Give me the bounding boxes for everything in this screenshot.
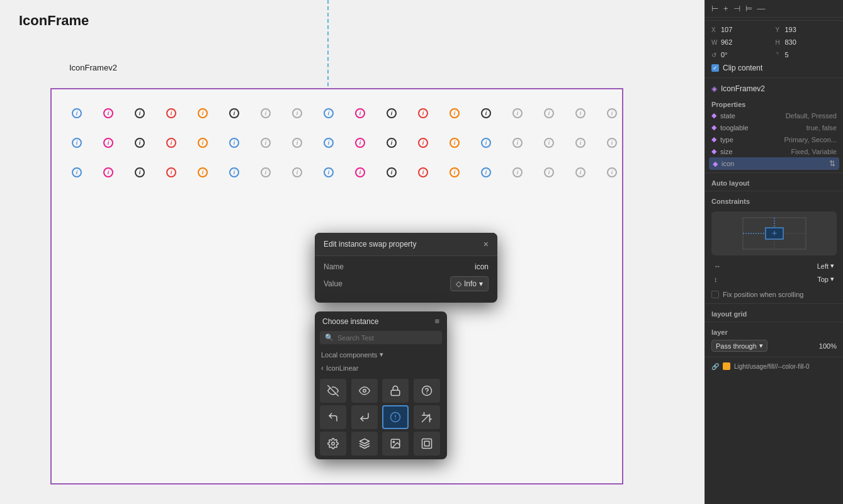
icon-settings[interactable]	[320, 432, 346, 456]
value-select[interactable]: ◇ Info ▾	[450, 276, 489, 291]
top-constraint-selector[interactable]: Top ▾	[817, 275, 834, 283]
icon-cell[interactable]: i	[220, 130, 248, 155]
rotation-value[interactable]: 0°	[721, 51, 728, 59]
corner-value[interactable]: 5	[785, 51, 789, 59]
icon-cell[interactable]: i	[252, 160, 280, 185]
icon-cell[interactable]: i	[252, 101, 280, 126]
align-center-icon[interactable]: +	[723, 4, 728, 13]
local-components-section[interactable]: Local components ▾	[315, 348, 447, 361]
x-value[interactable]: 107	[721, 26, 732, 33]
icon-cell[interactable]: i	[94, 101, 122, 126]
icon-cell[interactable]: i	[315, 130, 342, 155]
icon-cell[interactable]: i	[472, 160, 500, 185]
w-value[interactable]: 962	[721, 38, 732, 46]
icon-image[interactable]	[382, 432, 409, 456]
icon-cell[interactable]: i	[535, 130, 563, 155]
icon-cell[interactable]: i	[94, 160, 122, 185]
icon-cell[interactable]: i	[535, 101, 563, 126]
icon-cell[interactable]: i	[63, 101, 91, 126]
properties-section-title: Properties	[705, 97, 843, 109]
icon-cell[interactable]: i	[252, 130, 280, 155]
icon-cell[interactable]: i	[409, 160, 437, 185]
icon-cell[interactable]: i	[567, 101, 594, 126]
icon-cell[interactable]: i	[315, 160, 342, 185]
choose-search-container[interactable]: 🔍	[320, 331, 442, 344]
icon-cell[interactable]: i	[189, 101, 217, 126]
icon-cell[interactable]: i	[157, 160, 185, 185]
icon-cell[interactable]: i	[315, 101, 342, 126]
y-value[interactable]: 193	[785, 26, 796, 33]
icon-cell[interactable]: i	[378, 101, 405, 126]
search-input[interactable]	[337, 334, 437, 342]
icon-info[interactable]	[382, 405, 409, 429]
icon-cell[interactable]: i	[346, 160, 374, 185]
name-value: icon	[475, 262, 489, 271]
fix-scroll-checkbox[interactable]	[711, 291, 719, 298]
chevron-down-icon: ▾	[380, 350, 383, 359]
icon-cell[interactable]: i	[94, 130, 122, 155]
svg-text:+: +	[771, 228, 776, 238]
icon-crop[interactable]	[414, 405, 440, 429]
icon-cell[interactable]: i	[567, 130, 594, 155]
icon-cell[interactable]: i	[598, 160, 626, 185]
icon-cell[interactable]: i	[189, 160, 217, 185]
align-left-icon[interactable]: ⊢	[711, 4, 718, 13]
icon-cell[interactable]: i	[189, 130, 217, 155]
icon-cell[interactable]: i	[63, 130, 91, 155]
color-swatch[interactable]	[723, 362, 730, 370]
icon-cell[interactable]: i	[157, 101, 185, 126]
h-value[interactable]: 830	[785, 38, 796, 46]
dialog-close-button[interactable]: ×	[484, 239, 489, 249]
align-right-icon[interactable]: ⊣	[733, 4, 740, 13]
icon-cell[interactable]: i	[409, 130, 437, 155]
color-fill-label: Light/usage/fill//--color-fill-0	[734, 363, 810, 370]
property-item-icon: ◆ icon ⇅	[709, 157, 839, 170]
icon-cell[interactable]: i	[472, 101, 500, 126]
icon-frame[interactable]	[414, 432, 440, 456]
icon-cell[interactable]: i	[535, 160, 563, 185]
icon-cell[interactable]: i	[441, 101, 468, 126]
left-constraint-selector[interactable]: Left ▾	[817, 262, 834, 270]
more-icon[interactable]: ―	[757, 4, 766, 13]
clip-content-checkbox[interactable]: ✓	[711, 64, 719, 72]
icon-cell[interactable]: i	[504, 130, 531, 155]
icon-cell[interactable]: i	[378, 160, 405, 185]
icon-cell[interactable]: i	[441, 160, 468, 185]
svg-point-1	[363, 389, 366, 393]
icon-cell[interactable]: i	[598, 130, 626, 155]
icon-cell[interactable]: i	[283, 130, 311, 155]
icon-cell[interactable]: i	[567, 160, 594, 185]
icon-cell[interactable]: i	[504, 160, 531, 185]
icon-cell[interactable]: i	[126, 160, 154, 185]
icon-lock[interactable]	[382, 379, 409, 403]
icon-cell[interactable]: i	[346, 130, 374, 155]
icon-eye[interactable]	[351, 379, 378, 403]
icon-corner-up-left[interactable]	[320, 405, 346, 429]
icon-cell[interactable]: i	[409, 101, 437, 126]
icon-cell[interactable]: i	[220, 160, 248, 185]
icon-linear-back[interactable]: ‹ IconLinear	[315, 361, 447, 375]
icon-cell[interactable]: i	[220, 101, 248, 126]
opacity-value[interactable]: 100%	[819, 342, 837, 350]
icon-cell[interactable]: i	[126, 130, 154, 155]
icon-help-circle[interactable]	[414, 379, 440, 403]
icon-cell[interactable]: i	[126, 101, 154, 126]
list-view-icon[interactable]: ≡	[434, 316, 439, 326]
icon-cell[interactable]: i	[346, 101, 374, 126]
icon-cell[interactable]: i	[283, 160, 311, 185]
chevron-down-icon: ▾	[830, 275, 834, 283]
icon-cell[interactable]: i	[63, 160, 91, 185]
icon-cell[interactable]: i	[504, 101, 531, 126]
icon-cell[interactable]: i	[283, 101, 311, 126]
icon-cell[interactable]: i	[157, 130, 185, 155]
blend-mode-selector[interactable]: Pass through ▾	[711, 340, 767, 352]
icon-cell[interactable]: i	[598, 101, 626, 126]
icon-layers[interactable]	[351, 432, 378, 456]
distribute-icon[interactable]: ⊨	[745, 4, 752, 13]
icon-cell[interactable]: i	[472, 130, 500, 155]
icon-cell[interactable]: i	[378, 130, 405, 155]
icon-eye-off[interactable]	[320, 379, 346, 403]
icon-cell[interactable]: i	[441, 130, 468, 155]
sort-icon[interactable]: ⇅	[829, 159, 835, 168]
icon-corner-down-left[interactable]	[351, 405, 378, 429]
